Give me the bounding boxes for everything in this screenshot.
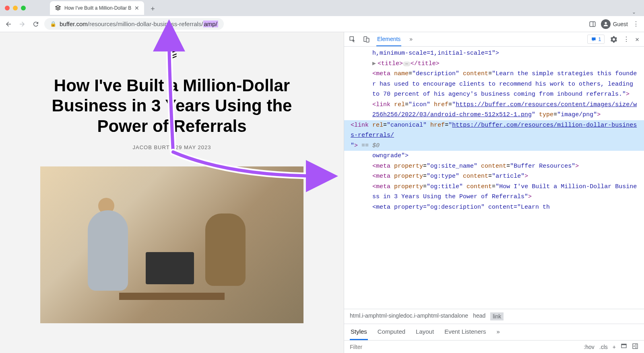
tab-favicon-icon	[55, 5, 61, 11]
toggle-panel-icon[interactable]	[632, 343, 638, 351]
url-bar[interactable]: 🔒 buffer.com/resources/million-dollar-bu…	[44, 18, 224, 30]
cls-button[interactable]: .cls	[599, 344, 608, 350]
article-date: 29 MAY 2023	[175, 144, 211, 150]
tab-event-listeners[interactable]: Event Listeners	[444, 324, 487, 340]
devtools-tabs: Elements »	[376, 33, 413, 46]
filter-input[interactable]	[350, 344, 578, 350]
content-area: How I've Built a Million-Dollar Business…	[0, 32, 644, 353]
computed-sidebar-icon[interactable]	[621, 343, 627, 351]
devtools-panel: Elements » 1 ⋮ ✕ h,minimum-scale=1,initi…	[344, 32, 644, 353]
settings-icon[interactable]	[610, 36, 617, 43]
breadcrumb-item-selected[interactable]: link	[490, 312, 504, 320]
url-path: /resources/million-dollar-business-refer…	[88, 21, 203, 27]
tab-elements[interactable]: Elements	[376, 33, 401, 46]
url-domain: buffer.com	[60, 21, 88, 27]
toolbar: 🔒 buffer.com/resources/million-dollar-bu…	[0, 16, 644, 32]
devtools-header-right: 1 ⋮ ✕	[587, 35, 639, 44]
article-pane: How I've Built a Million-Dollar Business…	[0, 32, 344, 353]
elements-panel[interactable]: h,minimum-scale=1,initial-scale=1"> ▶<ti…	[344, 47, 644, 309]
issues-badge[interactable]: 1	[587, 35, 605, 44]
tab-layout[interactable]: Layout	[415, 324, 435, 340]
article-title: How I've Built a Million-Dollar Business…	[40, 76, 303, 136]
tab-more-icon[interactable]: »	[409, 33, 413, 46]
hov-button[interactable]: :hov	[584, 344, 594, 350]
device-toolbar-icon[interactable]	[363, 36, 370, 43]
maximize-window-button[interactable]	[21, 6, 26, 10]
issues-count: 1	[598, 36, 601, 42]
code-line[interactable]: <meta property="og:description" content=…	[344, 202, 644, 213]
guest-label: Guest	[613, 21, 628, 27]
titlebar: How I've Built a Million-Dollar B ✕ + ⌄	[0, 0, 644, 16]
tab-computed[interactable]: Computed	[377, 324, 406, 340]
forward-button[interactable]	[19, 21, 26, 28]
article-hero-image	[40, 166, 303, 323]
new-tab-button[interactable]: +	[147, 3, 158, 15]
reload-button[interactable]	[32, 21, 39, 28]
panel-icon[interactable]	[589, 21, 596, 28]
tab-styles[interactable]: Styles	[350, 324, 368, 340]
code-line-selected[interactable]: <link rel="canonical" href="https://buff…	[344, 120, 644, 151]
svg-rect-0	[590, 22, 595, 27]
article-meta: JACOB BURT - 29 MAY 2023	[40, 144, 303, 150]
more-icon[interactable]: ⋮	[623, 35, 630, 43]
buffer-logo[interactable]	[40, 48, 303, 60]
code-line[interactable]: <meta name="description" content="Learn …	[344, 69, 644, 100]
tab-bar: How I've Built a Million-Dollar B ✕ + ⌄	[50, 1, 639, 15]
code-line[interactable]: <meta property="og:site_name" content="B…	[344, 161, 644, 172]
url-amp-segment: amp/	[203, 21, 218, 27]
code-line[interactable]: <meta property="og:type" content="articl…	[344, 171, 644, 182]
chrome-window: How I've Built a Million-Dollar B ✕ + ⌄ …	[0, 0, 644, 353]
close-window-button[interactable]	[5, 6, 10, 10]
svg-rect-5	[366, 38, 369, 42]
nav-icons	[5, 21, 39, 28]
code-line[interactable]: <link rel="icon" href="https://buffer.co…	[344, 100, 644, 120]
toolbar-right: Guest ⋮	[589, 19, 639, 29]
back-button[interactable]	[5, 21, 12, 28]
styles-tabs: Styles Computed Layout Event Listeners »	[344, 324, 644, 340]
close-devtools-icon[interactable]: ✕	[635, 35, 639, 43]
svg-rect-7	[621, 344, 626, 345]
minimize-window-button[interactable]	[13, 6, 18, 10]
tab-title: How I've Built a Million-Dollar B	[64, 5, 131, 11]
guest-badge[interactable]: Guest	[601, 19, 628, 29]
svg-point-2	[605, 22, 607, 24]
tab-close-icon[interactable]: ✕	[134, 5, 139, 11]
article-author: JACOB BURT	[132, 144, 169, 150]
code-line[interactable]: h,minimum-scale=1,initial-scale=1">	[344, 48, 644, 59]
avatar-icon	[601, 19, 611, 29]
traffic-lights	[5, 6, 26, 10]
lock-icon: 🔒	[50, 21, 56, 27]
devtools-header: Elements » 1 ⋮ ✕	[344, 32, 644, 47]
browser-tab[interactable]: How I've Built a Million-Dollar B ✕	[50, 1, 144, 15]
code-line[interactable]: <meta property="og:title" content="How I…	[344, 182, 644, 202]
tab-more-icon[interactable]: »	[496, 324, 501, 340]
tabs-chevron-down-icon[interactable]: ⌄	[632, 9, 636, 15]
elements-breadcrumb[interactable]: html.i-amphtml-singledoc.i-amphtml-stand…	[344, 309, 644, 324]
add-rule-icon[interactable]: +	[613, 344, 616, 350]
code-line[interactable]: ▶<title>⋯</title>	[344, 59, 644, 69]
styles-filter-bar: :hov .cls +	[344, 340, 644, 353]
inspect-element-icon[interactable]	[349, 36, 356, 43]
breadcrumb-item[interactable]: head	[473, 312, 485, 320]
breadcrumb-item[interactable]: html.i-amphtml-singledoc.i-amphtml-stand…	[350, 312, 468, 320]
code-line[interactable]: owngrade">	[344, 151, 644, 161]
menu-icon[interactable]: ⋮	[633, 20, 639, 28]
